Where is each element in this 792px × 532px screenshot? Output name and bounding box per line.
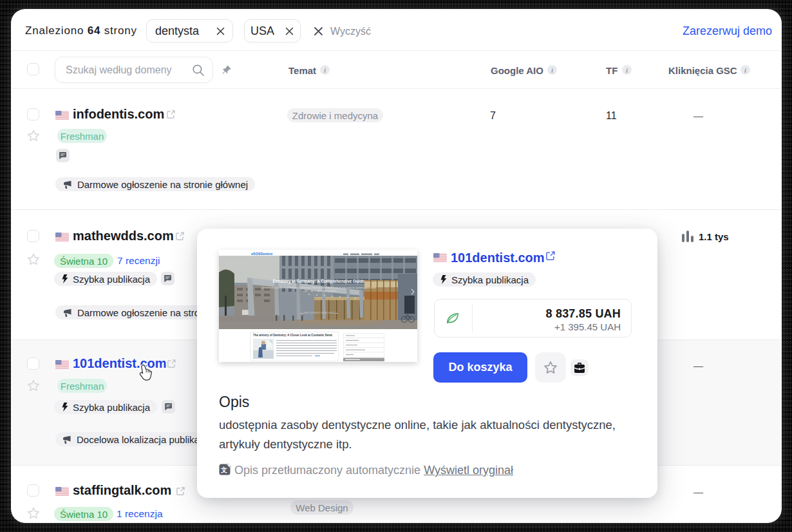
svg-text:文: 文 [220, 466, 227, 473]
svg-text:Dentistry in Germany: A Compre: Dentistry in Germany: A Comprehensive Gu… [273, 279, 365, 284]
svg-text:Discover the excellence of den: Discover the excellence of dentistry in … [261, 287, 375, 289]
svg-text:▬▬ READ OUR LATEST DENTAL GUI: ▬▬ READ OUR LATEST DENTAL GUIDE ▬▬ [299, 312, 338, 314]
svg-text:more in our comprehensive guid: more in our comprehensive guide. [301, 290, 336, 292]
